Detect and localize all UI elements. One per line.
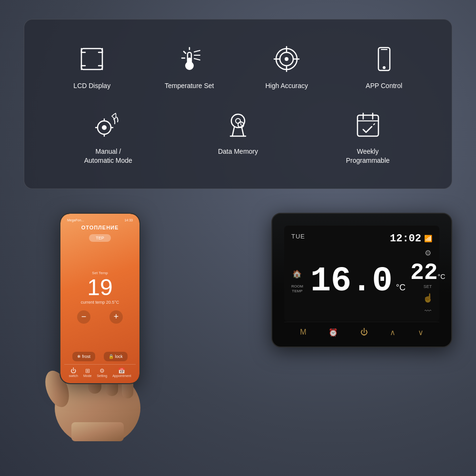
phone-screen: MegaFon... 14:33 ОТОПЛЕНИЕ ТЕР Set Temp … [60, 214, 139, 383]
features-grid-row2: Manual /Automatic Mode Data Memor [43, 99, 433, 174]
manual-auto-label: Manual /Automatic Mode [84, 147, 132, 166]
svg-point-21 [102, 126, 106, 129]
feature-weekly-prog: WeeklyProgrammable [303, 99, 433, 174]
phone-chip: ТЕР [89, 234, 111, 242]
bottom-row: MegaFon... 14:33 ОТОПЛЕНИЕ ТЕР Set Temp … [14, 203, 462, 441]
svg-rect-32 [357, 115, 378, 136]
temperature-set-label: Temperature Set [165, 81, 214, 91]
phone-frost-row: ❄ frost 🔒 lock [68, 352, 132, 361]
phone-controls: − + [69, 308, 130, 326]
phone-device: MegaFon... 14:33 ОТОПЛЕНИЕ ТЕР Set Temp … [60, 213, 140, 384]
svg-line-31 [241, 125, 242, 126]
thermostat-btn-power[interactable]: ⏻ [360, 328, 368, 337]
thermostat-device: TUE 12:02 📶 🏠 ROOMTEMP [271, 213, 452, 347]
svg-line-9 [194, 59, 200, 60]
features-card: LCD Display Temperat [24, 19, 452, 189]
app-control-label: APP Control [366, 81, 402, 91]
svg-rect-0 [81, 49, 102, 69]
phone-current-temp: current temp 20.5°C [81, 300, 119, 305]
svg-line-2 [184, 51, 186, 53]
manual-auto-icon [91, 108, 125, 141]
phone-frost-btn[interactable]: ❄ frost [72, 352, 95, 361]
data-memory-label: Data Memory [218, 147, 258, 157]
thermostat-set-celsius: °C [438, 273, 446, 280]
phone-status-bar: MegaFon... 14:33 [64, 218, 136, 223]
thermostat-gear-icon: ⚙ [425, 248, 431, 258]
thermostat-set-temp: 22 [410, 261, 438, 284]
thermostat-set-temp-wrapper: 22 °C SET [410, 261, 445, 289]
weekly-prog-label: WeeklyProgrammable [346, 147, 390, 166]
weekly-prog-icon [351, 108, 385, 141]
phone-header: ОТОПЛЕНИЕ [64, 225, 136, 230]
feature-lcd-display: LCD Display [43, 34, 141, 99]
hand-phone-container: MegaFon... 14:33 ОТОПЛЕНИЕ ТЕР Set Temp … [24, 203, 176, 441]
phone-nav: ⏻ switch ⊞ Mode ⚙ Setting [64, 364, 136, 379]
wifi-icon: 📶 [424, 235, 432, 242]
svg-point-19 [383, 67, 385, 69]
thermostat-top-row: TUE 12:02 📶 [291, 233, 432, 245]
phone-status-left: MegaFon... [67, 218, 84, 222]
phone-nav-switch[interactable]: ⏻ switch [69, 367, 78, 377]
feature-app-control: APP Control [336, 34, 433, 99]
svg-rect-42 [71, 422, 124, 441]
thermostat-set-label: SET [424, 284, 432, 289]
feature-temperature-set: Temperature Set [141, 34, 238, 99]
thermostat-home-icon: 🏠 [292, 269, 302, 278]
thermostat-current-temp-container: 16.0 °C [308, 264, 406, 298]
page-wrapper: LCD Display Temperat [0, 0, 476, 476]
svg-line-7 [194, 50, 200, 52]
phone-section: MegaFon... 14:33 ОТОПЛЕНИЕ ТЕР Set Temp … [24, 203, 176, 441]
phone-minus-btn[interactable]: − [77, 310, 90, 324]
phone-status-right: 14:33 [124, 218, 133, 222]
phone-temperature: 19 [87, 276, 112, 299]
app-control-icon [367, 42, 401, 76]
data-memory-icon [221, 108, 255, 141]
thermostat-buttons: M ⏰ ⏻ ∧ ∨ [284, 322, 439, 339]
lcd-display-label: LCD Display [73, 81, 110, 91]
thermostat-time: 12:02 [390, 233, 421, 245]
thermostat-right-section: ⚙ 22 °C SET ☝ 〰 [410, 248, 445, 315]
feature-high-accuracy: High Accuracy [238, 34, 336, 99]
phone-nav-appointment[interactable]: 📅 Appointment [112, 367, 131, 377]
thermostat-btn-clock[interactable]: ⏰ [328, 328, 338, 337]
phone-nav-setting[interactable]: ⚙ Setting [97, 367, 107, 377]
thermostat-screen: TUE 12:02 📶 🏠 ROOMTEMP [284, 226, 439, 322]
thermostat-btn-m[interactable]: M [300, 328, 306, 337]
thermostat-main: 🏠 ROOMTEMP 16.0 °C ⚙ [291, 248, 432, 315]
high-accuracy-label: High Accuracy [266, 81, 308, 91]
phone-lock-btn[interactable]: 🔒 lock [104, 352, 128, 361]
temperature-set-icon [173, 42, 206, 76]
thermostat-set-temp-container: 22 °C [410, 261, 445, 284]
thermostat-current-temp: 16.0 [310, 264, 393, 298]
features-grid-row1: LCD Display Temperat [43, 34, 433, 99]
feature-manual-auto: Manual /Automatic Mode [43, 99, 173, 174]
high-accuracy-icon [270, 42, 303, 76]
thermostat-section: TUE 12:02 📶 🏠 ROOMTEMP [271, 213, 452, 347]
thermostat-current-celsius: °C [396, 283, 406, 293]
phone-plus-btn[interactable]: + [109, 310, 123, 324]
feature-data-memory: Data Memory [173, 99, 303, 174]
thermostat-touch-icon: ☝ [423, 293, 433, 303]
thermostat-day: TUE [291, 233, 305, 240]
thermostat-btn-down[interactable]: ∨ [418, 328, 424, 337]
svg-rect-6 [188, 58, 190, 66]
svg-point-12 [285, 58, 288, 60]
phone-nav-mode[interactable]: ⊞ Mode [83, 367, 92, 377]
thermostat-room-temp-label: ROOMTEMP [291, 284, 303, 293]
thermostat-time-wifi: 12:02 📶 [390, 233, 432, 245]
lcd-display-icon [75, 42, 109, 76]
thermostat-left-icons: 🏠 ROOMTEMP [291, 269, 303, 293]
thermostat-btn-up[interactable]: ∧ [390, 328, 396, 337]
thermostat-heat-icon: 〰 [425, 307, 431, 315]
